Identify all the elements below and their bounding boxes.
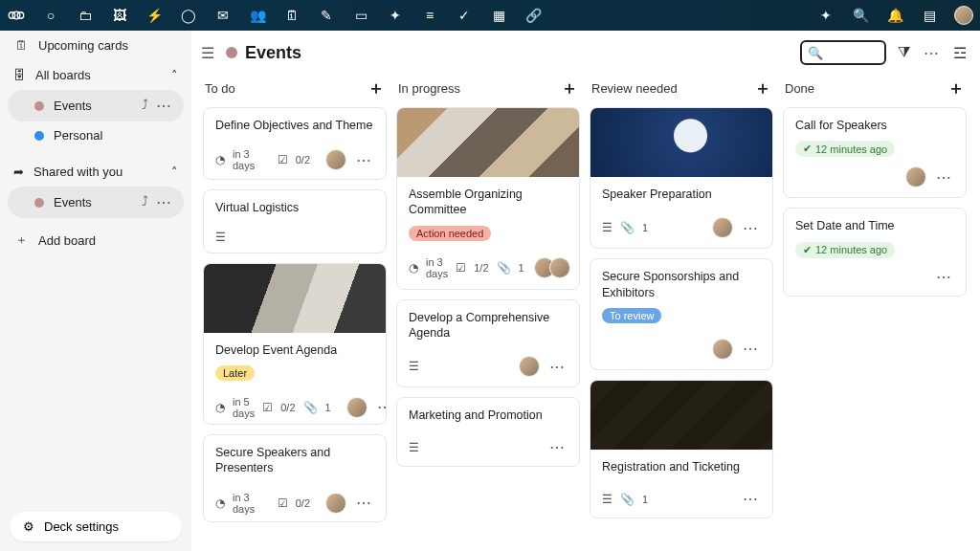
list-column: Done＋Call for Speakers✔ 12 minutes ago⋯S… — [783, 75, 967, 532]
search-input[interactable]: 🔍 — [800, 40, 886, 65]
attachment-icon: 📎 — [620, 221, 635, 234]
contacts-menu-icon[interactable]: ▤ — [921, 7, 938, 24]
deck-settings-button[interactable]: ⚙ Deck settings — [10, 512, 182, 541]
add-card-button[interactable]: ＋ — [947, 77, 965, 99]
shared-section[interactable]: ➦ Shared with you ˄ — [0, 157, 191, 187]
add-card-button[interactable]: ＋ — [368, 77, 385, 99]
tables-icon[interactable]: ▦ — [490, 7, 507, 24]
card-title: Virtual Logistics — [215, 200, 374, 215]
card[interactable]: Registration and Ticketing☰📎1⋯ — [590, 380, 773, 518]
assist-icon[interactable]: ✦ — [817, 7, 835, 24]
card[interactable]: Secure Sponsorships and ExhibitorsTo rev… — [590, 258, 773, 370]
card[interactable]: Speaker Preparation☰📎1⋯ — [590, 107, 773, 249]
chevron-up-icon: ˄ — [171, 165, 178, 179]
upcoming-cards-nav[interactable]: 🗓 Upcoming cards — [0, 31, 191, 60]
attachment-count: 1 — [642, 494, 648, 505]
card-meta: ☰📎1⋯ — [590, 213, 772, 248]
archive-icon: 🗄 — [13, 68, 26, 82]
all-boards-section[interactable]: 🗄 All boards ˄ — [0, 60, 191, 90]
card[interactable]: Call for Speakers✔ 12 minutes ago⋯ — [783, 107, 967, 198]
assignee-avatar — [712, 217, 733, 238]
board-menu-icon[interactable]: ⋯ — [154, 97, 174, 115]
card-menu-icon[interactable]: ⋯ — [741, 340, 761, 358]
tasks-icon[interactable]: ✓ — [456, 7, 473, 24]
list-icon[interactable]: ≡ — [421, 7, 438, 24]
mail-icon[interactable]: ✉ — [214, 7, 232, 24]
files-icon[interactable]: 🗀 — [77, 7, 94, 24]
user-avatar[interactable] — [955, 7, 972, 24]
board-color-dot — [34, 198, 44, 208]
card-menu-icon[interactable]: ⋯ — [547, 358, 568, 376]
card-title: Speaker Preparation — [602, 187, 761, 202]
card-cover — [590, 381, 772, 450]
card[interactable]: Develop Event AgendaLater◔in 5 days☑0/2📎… — [203, 263, 387, 425]
board-menu-icon[interactable]: ⋯ — [922, 44, 942, 62]
card-menu-icon[interactable]: ⋯ — [354, 494, 374, 512]
search-field[interactable] — [823, 46, 871, 59]
search-icon[interactable]: 🔍 — [852, 7, 869, 24]
card-meta: ⋯ — [784, 264, 966, 296]
assignee-avatar — [519, 356, 540, 377]
topbar: ○ 🗀 🖼 ⚡ ◯ ✉ 👥 🗓 ✎ ▭ ✦ ≡ ✓ ▦ 🔗 ✦ 🔍 🔔 ▤ — [0, 0, 980, 31]
board-name: Personal — [54, 128, 102, 143]
notes-icon[interactable]: ✎ — [318, 7, 335, 24]
list-title: Done — [785, 81, 814, 96]
card-title: Call for Speakers — [795, 118, 954, 133]
clock-icon: ◔ — [215, 496, 225, 510]
sidebar-board-events[interactable]: Events ⤴ ⋯ — [8, 90, 184, 121]
card-menu-icon[interactable]: ⋯ — [934, 268, 954, 286]
card-menu-icon[interactable]: ⋯ — [741, 219, 761, 237]
card-menu-icon[interactable]: ⋯ — [934, 168, 954, 187]
card[interactable]: Develop a Comprehensive Agenda☰⋯ — [396, 299, 580, 388]
card-label: Action needed — [409, 226, 491, 241]
card[interactable]: Secure Speakers and Presenters◔in 3 days… — [203, 434, 387, 522]
link-icon[interactable]: 🔗 — [524, 7, 542, 24]
archived-icon[interactable]: ☲ — [953, 44, 967, 62]
card-cover — [397, 108, 579, 177]
list-title: Review needed — [591, 81, 678, 96]
card-menu-icon[interactable]: ⋯ — [547, 438, 568, 456]
add-board-button[interactable]: ＋ Add board — [0, 224, 191, 256]
add-board-label: Add board — [38, 233, 96, 248]
card-menu-icon[interactable]: ⋯ — [578, 258, 580, 276]
card-title: Assemble Organizing Committee — [409, 187, 568, 218]
card[interactable]: Marketing and Promotion☰⋯ — [396, 397, 580, 467]
talk-icon[interactable]: ◯ — [180, 7, 197, 24]
add-card-button[interactable]: ＋ — [561, 77, 578, 99]
share-icon[interactable]: ⤴ — [142, 97, 148, 115]
check-circle-icon: ✔ — [803, 143, 812, 155]
card[interactable]: Assemble Organizing CommitteeAction need… — [396, 107, 580, 290]
add-card-button[interactable]: ＋ — [754, 77, 771, 99]
contacts-icon[interactable]: 👥 — [249, 7, 266, 24]
card[interactable]: Set Date and Time✔ 12 minutes ago⋯ — [783, 208, 967, 296]
sidebar-board-personal[interactable]: Personal — [8, 121, 184, 149]
filter-icon[interactable]: ⧩ — [898, 44, 910, 61]
card-menu-icon[interactable]: ⋯ — [375, 398, 387, 416]
activity-icon[interactable]: ⚡ — [145, 7, 163, 24]
board-menu-icon[interactable]: ⋯ — [154, 193, 174, 211]
star-icon[interactable]: ✦ — [387, 7, 404, 24]
share-icon[interactable]: ⤴ — [142, 193, 148, 211]
card-title: Develop a Comprehensive Agenda — [409, 310, 568, 342]
chevron-up-icon: ˄ — [171, 68, 178, 82]
sidebar-shared-events[interactable]: Events ⤴ ⋯ — [8, 187, 184, 218]
photos-icon[interactable]: 🖼 — [111, 7, 128, 24]
due-date: in 3 days — [233, 148, 270, 171]
card-menu-icon[interactable]: ⋯ — [354, 151, 374, 169]
notifications-icon[interactable]: 🔔 — [886, 7, 903, 24]
card[interactable]: Virtual Logistics☰ — [203, 189, 387, 253]
collapse-sidebar-icon[interactable]: ☰ — [201, 44, 214, 62]
app-logo[interactable] — [8, 7, 25, 24]
shared-label: Shared with you — [33, 165, 122, 179]
board-color-dot — [34, 101, 44, 111]
attachment-icon: 📎 — [497, 261, 511, 275]
list-title: In progress — [398, 81, 460, 96]
deck-icon[interactable]: ▭ — [352, 7, 369, 24]
card-menu-icon[interactable]: ⋯ — [741, 490, 761, 508]
calendar-icon[interactable]: 🗓 — [283, 7, 301, 24]
card[interactable]: Define Objectives and Theme◔in 3 days☑0/… — [203, 107, 387, 180]
list-column: To do＋Define Objectives and Theme◔in 3 d… — [203, 75, 387, 532]
card-meta: ☰📎1⋯ — [590, 486, 772, 518]
dashboard-icon[interactable]: ○ — [42, 7, 59, 24]
sidebar: 🗓 Upcoming cards 🗄 All boards ˄ Events ⤴… — [0, 31, 191, 551]
